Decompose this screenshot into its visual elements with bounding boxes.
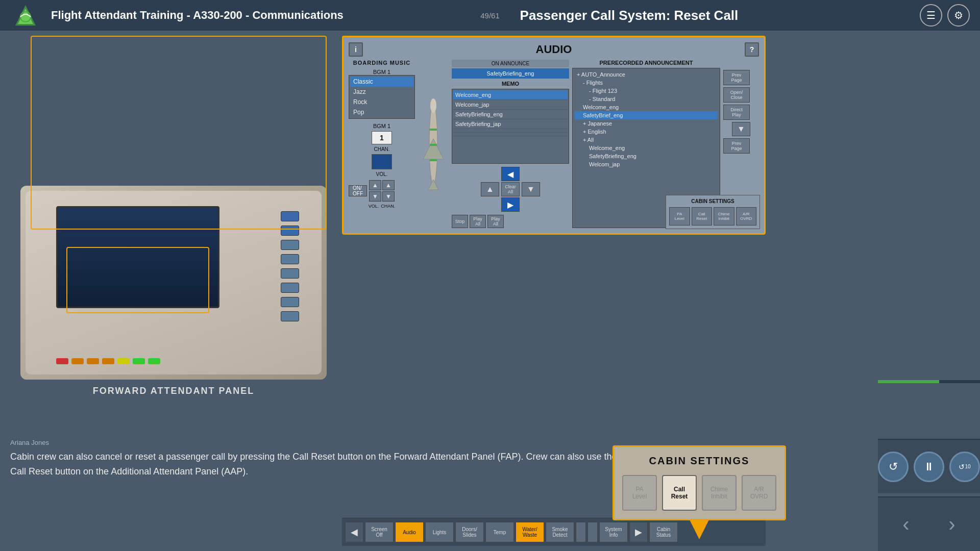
settings-icon: ⚙: [954, 9, 963, 21]
body-text: Cabin crew can also cancel or reset a pa…: [10, 449, 618, 479]
arr-up[interactable]: ▲: [481, 182, 499, 196]
arr-left[interactable]: ◀: [501, 167, 520, 181]
nav-spacer-2: [587, 522, 598, 542]
tree-item-7[interactable]: + English: [575, 128, 718, 136]
nav-water-waste[interactable]: Water/ Waste: [516, 522, 544, 542]
bgm-controls: 1 CHAN. VOL.: [349, 131, 415, 177]
arr-right[interactable]: ▶: [501, 197, 520, 212]
nav-doors-slides[interactable]: Doors/ Slides: [455, 522, 484, 542]
memo-item-1[interactable]: Welcome_jap: [453, 100, 568, 110]
bgm1-label2: BGM 1: [349, 123, 415, 129]
settings-button[interactable]: ⚙: [947, 4, 970, 27]
boarding-music-label: BOARDING MUSIC: [349, 60, 415, 66]
memo-item-3[interactable]: SafetyBriefing_jap: [453, 119, 568, 129]
info-button[interactable]: i: [349, 42, 363, 57]
menu-icon: ☰: [926, 9, 936, 21]
slide-counter: 49/61: [480, 11, 500, 20]
skip-back-button[interactable]: ↺10: [949, 452, 980, 482]
lr-arrows: ◀ ClearAll ▶: [501, 167, 520, 212]
prev-page-button-1[interactable]: PrevPage: [723, 70, 750, 85]
aircraft-diagram: [418, 60, 449, 228]
prev-page-button-2[interactable]: PrevPage: [723, 138, 750, 154]
cabin-popup-pa-level[interactable]: PALevel: [622, 475, 657, 511]
arr-dn-chan[interactable]: ▼: [382, 191, 395, 202]
nav-audio[interactable]: Audio: [395, 522, 424, 542]
on-announce-label: ON ANNOUNCE: [452, 60, 569, 67]
cabin-popup-call-reset[interactable]: CallReset: [662, 475, 697, 511]
nav-spacer-1: [576, 522, 586, 542]
play-all-button-2[interactable]: PlayAll: [487, 215, 504, 228]
pause-button[interactable]: ⏸: [914, 452, 944, 482]
panel-label: FORWARD ATTENDANT PANEL: [93, 386, 254, 396]
arr-dn-vol[interactable]: ▼: [369, 191, 381, 202]
arr-up-vol[interactable]: ▲: [369, 180, 381, 190]
music-item-jazz[interactable]: Jazz: [350, 87, 413, 97]
audio-header: i AUDIO ?: [349, 42, 759, 57]
arr-down-right[interactable]: ▼: [732, 122, 750, 136]
music-item-pop[interactable]: Pop: [350, 107, 413, 117]
stop-play-row: Stop PlayAll PlayAll: [452, 215, 569, 228]
next-nav-button[interactable]: ›: [937, 509, 967, 539]
memo-label: MEMO: [452, 81, 569, 87]
tree-item-3[interactable]: - Standard: [575, 95, 718, 103]
tree-item-1[interactable]: - Flights: [575, 79, 718, 87]
announce-selected: SafetyBriefing_eng: [452, 68, 569, 79]
tree-item-2[interactable]: - Flight 123: [575, 87, 718, 95]
nav-smoke-detect[interactable]: Smoke Detect: [546, 522, 574, 542]
menu-button[interactable]: ☰: [920, 4, 942, 27]
cabin-mini-pa-level[interactable]: PALevel: [669, 207, 690, 226]
prerec-header: PRERECORDED ANNOUNCEMENT: [572, 60, 720, 66]
open-close-button[interactable]: Open/Close: [723, 87, 750, 103]
vol-color-box: [372, 154, 392, 169]
logo-icon: [10, 3, 41, 28]
tree-item-10[interactable]: SafetyBriefing_eng: [575, 152, 718, 160]
memo-item-0[interactable]: Welcome_eng: [453, 90, 568, 100]
cabin-popup-ar-ovrd[interactable]: A/ROVRD: [742, 475, 776, 511]
nav-next-arrow[interactable]: ▶: [629, 522, 648, 542]
svg-rect-9: [430, 159, 437, 161]
progress-bar-fill: [878, 380, 939, 383]
nav-screen-off[interactable]: Screen Off: [365, 522, 394, 542]
tree-item-6[interactable]: + Japanese: [575, 119, 718, 128]
nav-temp[interactable]: Temp: [485, 522, 514, 542]
music-item-classic[interactable]: Classic: [350, 77, 413, 87]
nav-lights[interactable]: Lights: [425, 522, 454, 542]
cabin-mini-ar-ovrd[interactable]: A/ROVRD: [736, 207, 757, 226]
cabin-mini-call-reset[interactable]: CallReset: [692, 207, 713, 226]
tree-item-5[interactable]: SafetyBrief_eng: [575, 111, 718, 119]
cabin-popup-chime[interactable]: ChimeInhibit: [702, 475, 737, 511]
main-area: FORWARD ATTENDANT PANEL i AUDIO ?: [0, 31, 980, 551]
tree-item-0[interactable]: + AUTO_Announce: [575, 70, 718, 79]
bottom-text-area: Ariana Jones Cabin crew can also cancel …: [0, 434, 628, 495]
bgm1-label: BGM 1: [349, 69, 415, 75]
cabin-popup-buttons: PALevel CallReset ChimeInhibit A/ROVRD: [622, 475, 776, 511]
replay-button[interactable]: ↺: [878, 452, 909, 482]
nav-prev-arrow[interactable]: ◀: [345, 522, 363, 542]
svg-marker-5: [428, 180, 438, 190]
tree-item-8[interactable]: + All: [575, 136, 718, 144]
nav-cabin-status[interactable]: Cabin Status: [649, 522, 678, 542]
panel-bottom-buttons: [56, 358, 160, 364]
nav-system-info[interactable]: System Info: [599, 522, 628, 542]
on-off-button[interactable]: ON/ OFF: [349, 185, 367, 196]
arr-up-chan[interactable]: ▲: [382, 180, 395, 190]
clear-all-button[interactable]: ClearAll: [501, 182, 520, 196]
play-all-button-1[interactable]: PlayAll: [470, 215, 486, 228]
boarding-music-section: BOARDING MUSIC BGM 1 Classic Jazz Rock P…: [349, 60, 415, 228]
svg-rect-8: [430, 144, 437, 146]
arr-dn[interactable]: ▼: [522, 182, 540, 196]
direct-play-button[interactable]: DirectPlay: [723, 105, 750, 120]
tree-item-9[interactable]: Welcome_eng: [575, 144, 718, 152]
cabin-mini-chime[interactable]: ChimeInhibit: [714, 207, 734, 226]
panel-side-buttons: [281, 211, 301, 321]
channel-number: 1: [372, 131, 392, 144]
memo-item-2[interactable]: SafetyBriefing_eng: [453, 110, 568, 119]
panel-body: [26, 191, 322, 374]
music-item-rock[interactable]: Rock: [350, 97, 413, 107]
tree-item-11[interactable]: Welcom_jap: [575, 160, 718, 168]
prev-nav-button[interactable]: ‹: [891, 509, 921, 539]
tree-item-4[interactable]: Welcome_eng: [575, 103, 718, 111]
help-button[interactable]: ?: [745, 42, 759, 57]
audio-container: i AUDIO ? BOARDING MUSIC BGM 1 Classic: [342, 36, 766, 235]
stop-button[interactable]: Stop: [452, 215, 468, 228]
